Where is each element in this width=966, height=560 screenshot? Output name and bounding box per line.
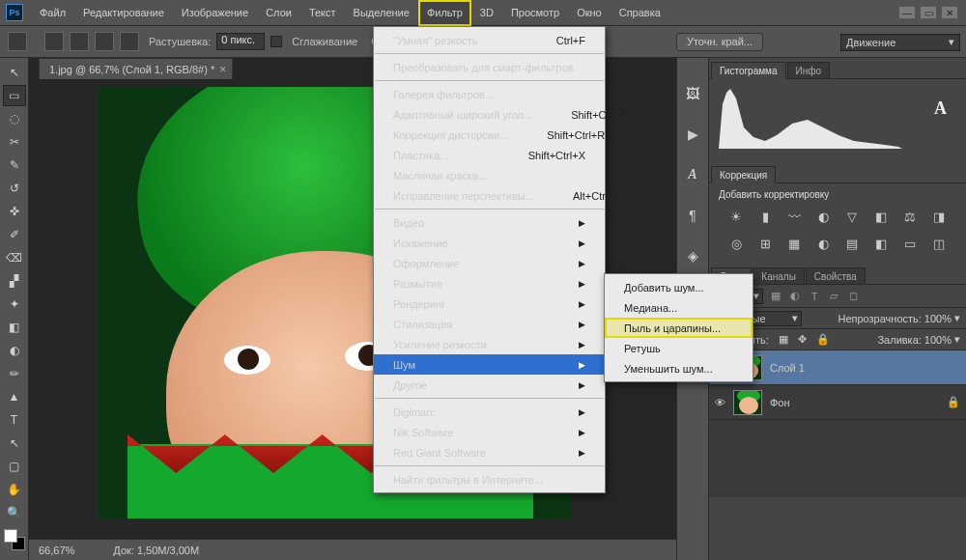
menu-item-пластика-[interactable]: Пластика...Shift+Ctrl+X xyxy=(374,145,605,165)
history-brush-tool[interactable]: ▞ xyxy=(3,270,26,292)
paragraph-icon[interactable]: ¶ xyxy=(682,205,703,226)
opacity-value[interactable]: 100% xyxy=(924,313,952,324)
curves-icon[interactable]: 〰 xyxy=(784,208,804,225)
move-tool[interactable]: ↖ xyxy=(3,62,26,83)
filter-smart-icon[interactable]: ◻ xyxy=(846,290,860,303)
selection-new-icon[interactable] xyxy=(44,32,64,51)
document-tab[interactable]: 1.jpg @ 66,7% (Слой 1, RGB/8#) * ✕ xyxy=(39,58,233,79)
menu-item-галерея-фильтров-[interactable]: Галерея фильтров... xyxy=(374,84,605,104)
magic-wand-tool[interactable]: ✂ xyxy=(3,131,26,153)
vibrance-icon[interactable]: ▽ xyxy=(842,208,862,225)
filter-type-icon[interactable]: T xyxy=(808,290,821,303)
menu-item-усиление-резкости[interactable]: Усиление резкости▶ xyxy=(374,334,605,354)
lock-pixels-icon[interactable]: ▦ xyxy=(779,333,788,346)
photo-filter-icon[interactable]: ◎ xyxy=(726,235,746,252)
menu-help[interactable]: Справка xyxy=(611,0,669,26)
menu-item-nik-software[interactable]: Nik Software▶ xyxy=(374,422,605,442)
color-swatches[interactable] xyxy=(4,529,25,550)
lasso-tool[interactable]: ◌ xyxy=(3,108,26,129)
dodge-tool[interactable]: ✏ xyxy=(3,363,26,384)
fill-value[interactable]: 100% xyxy=(924,334,952,346)
tab-properties[interactable]: Свойства xyxy=(806,267,866,284)
filter-adjust-icon[interactable]: ◐ xyxy=(788,290,802,303)
3d-icon[interactable]: ◈ xyxy=(682,245,703,266)
selection-subtract-icon[interactable] xyxy=(95,32,114,51)
history-icon[interactable]: 🖼 xyxy=(682,83,703,104)
type-tool[interactable]: T xyxy=(3,409,26,431)
menu-text[interactable]: Текст xyxy=(300,0,345,26)
menu-item-коррекция-дисторсии-[interactable]: Коррекция дисторсии...Shift+Ctrl+R xyxy=(374,125,605,145)
eyedropper-tool[interactable]: ↺ xyxy=(3,178,26,199)
bw-icon[interactable]: ◨ xyxy=(929,208,949,225)
menu-item-найти-фильтры-в-интернете-[interactable]: Найти фильтры в Интернете... xyxy=(374,469,605,490)
menu-item-red-giant-software[interactable]: Red Giant Software▶ xyxy=(374,442,605,462)
submenu-item-добавить-шум-[interactable]: Добавить шум... xyxy=(605,277,753,297)
menu-item-размытие[interactable]: Размытие▶ xyxy=(374,273,605,294)
submenu-item-ретушь[interactable]: Ретушь xyxy=(605,338,753,358)
balance-icon[interactable]: ⚖ xyxy=(900,208,920,225)
menu-item-искажение[interactable]: Искажение▶ xyxy=(374,233,605,253)
mixer-icon[interactable]: ⊞ xyxy=(755,235,775,252)
levels-icon[interactable]: ▮ xyxy=(755,208,775,225)
submenu-item-медиана-[interactable]: Медиана... xyxy=(605,297,753,318)
menu-file[interactable]: Файл xyxy=(31,0,74,26)
menu-item-рендеринг[interactable]: Рендеринг▶ xyxy=(374,294,605,314)
selection-intersect-icon[interactable] xyxy=(120,32,139,51)
close-button[interactable]: ✕ xyxy=(941,6,958,19)
healing-tool[interactable]: ✜ xyxy=(3,201,26,222)
gradient-tool[interactable]: ◧ xyxy=(3,317,26,338)
actions-icon[interactable]: ▶ xyxy=(682,124,703,145)
menu-window[interactable]: Окно xyxy=(568,0,611,26)
menu-item-видео[interactable]: Видео▶ xyxy=(374,212,605,233)
lock-all-icon[interactable]: 🔒 xyxy=(816,333,830,346)
menu-filter[interactable]: Фильтр xyxy=(418,0,471,26)
menu-view[interactable]: Просмотр xyxy=(502,0,568,26)
menu-item-преобразовать-для-смарт-фильтров[interactable]: Преобразовать для смарт-фильтров xyxy=(374,57,605,77)
menu-edit[interactable]: Редактирование xyxy=(74,0,173,26)
path-select-tool[interactable]: ↖ xyxy=(3,433,26,454)
submenu-item-уменьшить-шум-[interactable]: Уменьшить шум... xyxy=(605,358,753,378)
tab-info[interactable]: Инфо xyxy=(787,62,831,78)
zoom-tool[interactable]: 🔍 xyxy=(3,502,26,523)
marquee-tool[interactable]: ▭ xyxy=(3,85,26,106)
menu-item-стилизация[interactable]: Стилизация▶ xyxy=(374,314,605,334)
hue-icon[interactable]: ◧ xyxy=(871,208,891,225)
menu-3d[interactable]: 3D xyxy=(471,0,502,26)
filter-pixel-icon[interactable]: ▦ xyxy=(769,290,782,303)
invert-icon[interactable]: ◐ xyxy=(813,235,833,252)
shape-tool[interactable]: ▢ xyxy=(3,456,26,477)
menu-item--умная-резкость[interactable]: "Умная" резкостьCtrl+F xyxy=(374,30,605,50)
foreground-color-swatch[interactable] xyxy=(4,529,17,543)
menu-item-адаптивный-широкий-угол-[interactable]: Адаптивный широкий угол...Shift+Ctrl+A xyxy=(374,104,605,125)
crop-tool[interactable]: ✎ xyxy=(3,154,26,176)
layer-row-bg[interactable]: 👁 Фон 🔒 xyxy=(709,385,966,420)
selective-icon[interactable]: ◫ xyxy=(929,235,949,252)
menu-image[interactable]: Изображение xyxy=(173,0,257,26)
layer-name[interactable]: Фон xyxy=(770,397,790,408)
tab-histogram[interactable]: Гистограмма xyxy=(711,62,786,79)
character-icon[interactable]: A xyxy=(682,164,703,185)
gradient-map-icon[interactable]: ▭ xyxy=(900,235,920,252)
feather-input[interactable]: 0 пикс. xyxy=(216,33,265,50)
menu-layers[interactable]: Слои xyxy=(257,0,300,26)
layer-name[interactable]: Слой 1 xyxy=(770,362,805,374)
menu-item-другое[interactable]: Другое▶ xyxy=(374,375,605,395)
blur-tool[interactable]: ◐ xyxy=(3,340,26,361)
workspace-dropdown[interactable]: Движение▾ xyxy=(840,34,960,51)
menu-select[interactable]: Выделение xyxy=(345,0,418,26)
tab-adjustments[interactable]: Коррекция xyxy=(711,166,776,183)
layer-thumbnail[interactable] xyxy=(733,390,762,415)
refine-edge-button[interactable]: Уточн. край... xyxy=(676,33,763,51)
hand-tool[interactable]: ✋ xyxy=(3,479,26,500)
tab-channels[interactable]: Каналы xyxy=(753,267,805,284)
minimize-button[interactable]: — xyxy=(898,6,916,19)
antialias-checkbox[interactable] xyxy=(270,36,282,47)
eraser-tool[interactable]: ✦ xyxy=(3,294,26,315)
maximize-button[interactable]: ▭ xyxy=(920,6,937,19)
brightness-icon[interactable]: ☀ xyxy=(726,208,746,225)
histogram-warning-icon[interactable]: A xyxy=(934,98,947,119)
menu-item-шум[interactable]: Шум▶ xyxy=(374,354,605,375)
stamp-tool[interactable]: ⌫ xyxy=(3,247,26,268)
visibility-icon[interactable]: 👁 xyxy=(715,397,725,408)
pen-tool[interactable]: ▲ xyxy=(3,386,26,407)
